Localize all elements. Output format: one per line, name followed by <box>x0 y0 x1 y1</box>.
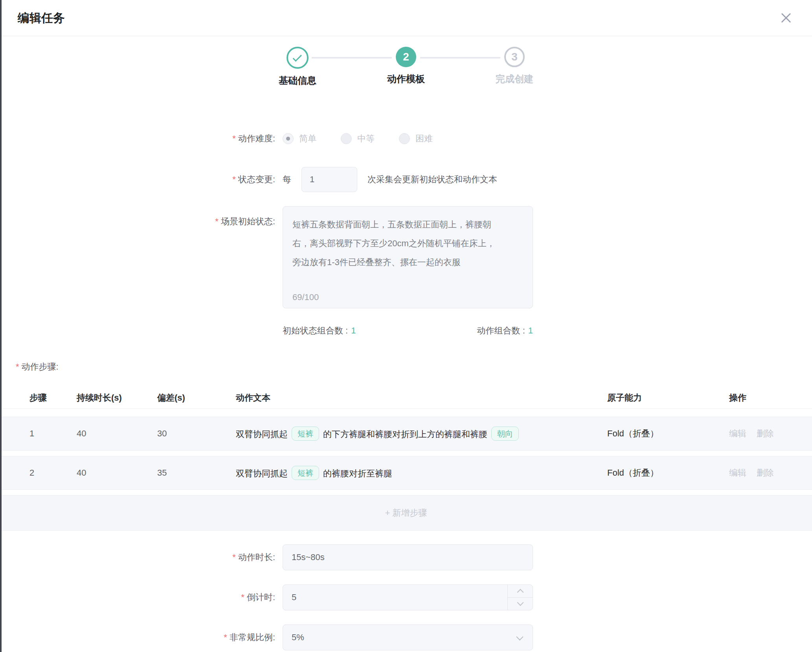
delete-button[interactable]: 删除 <box>757 467 774 479</box>
duration-label: *动作时长: <box>0 551 275 563</box>
action-text-fragment: 双臂协同抓起 <box>236 429 288 439</box>
col-header-step: 步骤 <box>29 392 77 404</box>
edit-button[interactable]: 编辑 <box>729 467 746 479</box>
required-asterisk: * <box>224 632 227 642</box>
edit-button[interactable]: 编辑 <box>729 428 746 440</box>
close-icon[interactable] <box>778 10 794 26</box>
add-step-button[interactable]: + 新增步骤 <box>0 495 812 531</box>
step-done-check-icon <box>287 47 309 69</box>
dialog-title: 编辑任务 <box>18 10 65 26</box>
combos-row: 初始状态组合数 :1 动作组合数 :1 <box>0 325 812 337</box>
countdown-control: 5 <box>283 584 533 610</box>
action-text-fragment: 的下方裤腿和裤腰对折到上方的裤腿和裤腰 <box>323 429 487 439</box>
chevron-down-icon <box>517 599 524 606</box>
action-combo-count: 动作组合数 :1 <box>477 325 533 337</box>
unusual-ratio-select[interactable]: 5% <box>283 625 533 650</box>
state-change-count-input[interactable] <box>301 167 357 192</box>
radio-circle-icon <box>283 133 294 144</box>
entity-tag[interactable]: 短裤 <box>292 427 319 441</box>
difficulty-radio-option[interactable]: 中等 <box>341 133 375 145</box>
initial-state-label: *场景初始状态: <box>0 206 275 227</box>
required-asterisk: * <box>232 134 236 143</box>
unusual-ratio-control: 5% <box>283 625 533 650</box>
state-change-prefix: 每 <box>283 174 291 185</box>
check-icon <box>293 52 302 61</box>
cell-step: 1 <box>29 429 77 439</box>
col-header-ability: 原子能力 <box>607 392 729 404</box>
combos-control: 初始状态组合数 :1 动作组合数 :1 <box>283 325 533 337</box>
difficulty-row: *动作难度: 简单中等困难 <box>0 130 812 147</box>
action-text-fragment: 双臂协同抓起 <box>236 469 288 478</box>
initial-state-textarea[interactable]: 短裤五条数据背面朝上，五条数据正面朝上，裤腰朝右，离头部视野下方至少20cm之外… <box>283 206 533 308</box>
col-header-action-text: 动作文本 <box>236 392 607 404</box>
cell-ability: Fold（折叠） <box>607 428 729 440</box>
col-header-operations: 操作 <box>729 392 812 404</box>
radio-option-label: 困难 <box>415 133 433 145</box>
chevron-down-icon <box>516 633 523 640</box>
step-3-indicator: 3 <box>504 47 525 67</box>
state-change-row: *状态变更: 每 次采集会更新初始状态和动作文本 <box>0 167 812 192</box>
entity-tag[interactable]: 朝向 <box>491 427 519 441</box>
step-label-action-template: 动作模板 <box>352 73 460 85</box>
action-text-fragment: 的裤腰对折至裤腿 <box>323 469 392 478</box>
difficulty-radio-group: 简单中等困难 <box>283 133 457 145</box>
cell-action-text: 双臂协同抓起短裤的下方裤腿和裤腰对折到上方的裤腿和裤腰朝向 <box>236 427 607 441</box>
difficulty-radio-option[interactable]: 困难 <box>399 133 433 145</box>
cell-duration: 40 <box>77 468 157 478</box>
duration-row: *动作时长: 15s~80s <box>0 544 812 570</box>
difficulty-label: *动作难度: <box>0 133 275 145</box>
step-2-number: 2 <box>403 51 409 63</box>
countdown-row: *倒计时: 5 <box>0 584 812 610</box>
required-asterisk: * <box>16 362 19 372</box>
cell-operations: 编辑删除 <box>729 428 812 440</box>
step-label-basic-info: 基础信息 <box>243 74 352 87</box>
steps-table-header: 步骤 持续时长(s) 偏差(s) 动作文本 原子能力 操作 <box>0 387 812 409</box>
stepper: 基础信息 2 动作模板 3 完成创建 <box>0 47 812 87</box>
table-row: 24035双臂协同抓起短裤的裤腰对折至裤腿Fold（折叠）编辑删除 <box>0 456 812 490</box>
edit-task-dialog: 编辑任务 基础信息 2 动作模板 3 完成创建 *动作难度: 简单中等困难 *状… <box>0 0 812 652</box>
countdown-input[interactable]: 5 <box>283 584 533 610</box>
delete-button[interactable]: 删除 <box>757 428 774 440</box>
step-2-indicator: 2 <box>396 47 416 67</box>
initial-state-row: *场景初始状态: 短裤五条数据背面朝上，五条数据正面朝上，裤腰朝右，离头部视野下… <box>0 206 812 308</box>
step-basic-info: 基础信息 <box>243 47 352 87</box>
state-change-label: *状态变更: <box>0 174 275 185</box>
number-stepper <box>507 585 533 610</box>
step-3-number: 3 <box>511 51 518 63</box>
radio-option-label: 简单 <box>299 133 316 145</box>
stepper-up-button[interactable] <box>508 585 533 598</box>
state-change-suffix: 次采集会更新初始状态和动作文本 <box>367 174 497 185</box>
required-asterisk: * <box>232 174 236 184</box>
required-asterisk: * <box>215 216 219 226</box>
entity-tag[interactable]: 短裤 <box>292 466 319 480</box>
steps-table-body: 14030双臂协同抓起短裤的下方裤腿和裤腰对折到上方的裤腿和裤腰朝向Fold（折… <box>0 417 812 490</box>
unusual-ratio-row: *非常规比例: 5% <box>0 625 812 650</box>
countdown-label: *倒计时: <box>0 592 275 603</box>
cell-duration: 40 <box>77 429 157 439</box>
cell-operations: 编辑删除 <box>729 467 812 479</box>
cell-deviation: 35 <box>157 468 236 478</box>
duration-input[interactable]: 15s~80s <box>283 544 533 570</box>
col-header-deviation: 偏差(s) <box>157 392 236 404</box>
unusual-ratio-label: *非常规比例: <box>0 632 275 643</box>
cell-ability: Fold（折叠） <box>607 467 729 479</box>
initial-state-control: 短裤五条数据背面朝上，五条数据正面朝上，裤腰朝右，离头部视野下方至少20cm之外… <box>283 206 533 308</box>
initial-combo-count: 初始状态组合数 :1 <box>283 325 356 337</box>
chevron-up-icon <box>517 589 524 595</box>
cell-deviation: 30 <box>157 429 236 439</box>
table-row: 14030双臂协同抓起短裤的下方裤腿和裤腰对折到上方的裤腿和裤腰朝向Fold（折… <box>0 417 812 451</box>
radio-circle-icon <box>399 133 410 144</box>
initial-state-text: 短裤五条数据背面朝上，五条数据正面朝上，裤腰朝右，离头部视野下方至少20cm之外… <box>292 215 500 272</box>
col-header-duration: 持续时长(s) <box>77 392 157 404</box>
step-action-template: 2 动作模板 <box>352 47 460 87</box>
radio-circle-icon <box>341 133 352 144</box>
stepper-down-button[interactable] <box>508 598 533 610</box>
difficulty-radio-option[interactable]: 简单 <box>283 133 316 145</box>
step-label-finish-create: 完成创建 <box>460 73 569 85</box>
duration-control: 15s~80s <box>283 544 533 570</box>
state-change-control: 每 次采集会更新初始状态和动作文本 <box>283 167 497 192</box>
step-finish-create: 3 完成创建 <box>460 47 569 87</box>
required-asterisk: * <box>232 552 236 562</box>
char-counter: 69/100 <box>292 292 319 302</box>
required-asterisk: * <box>241 592 244 602</box>
